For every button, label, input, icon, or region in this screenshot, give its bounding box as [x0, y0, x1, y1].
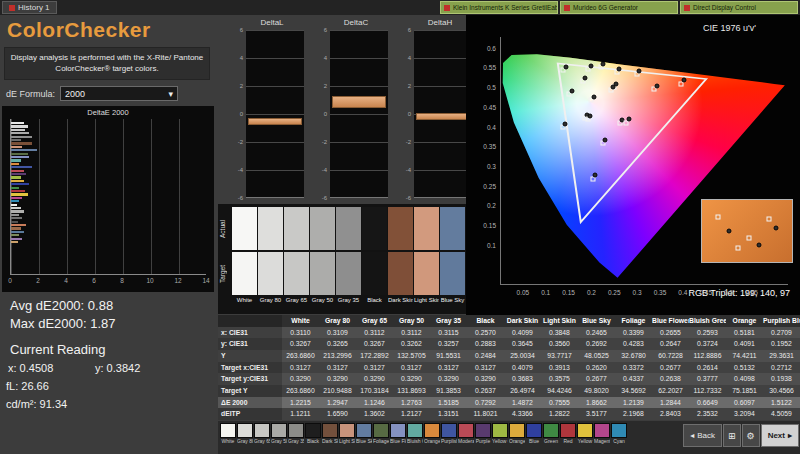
settings-button[interactable]: ⚙	[742, 424, 760, 447]
cie-y-tick: 0.25	[472, 183, 496, 190]
toolbar-swatch[interactable]: Purple	[475, 423, 491, 444]
table-cell: 112.8886	[689, 350, 726, 362]
delta-chart-plot	[414, 30, 472, 198]
toolbar-swatch-color	[407, 423, 423, 438]
cie-chart-plot	[500, 37, 788, 285]
device-button[interactable]: Murideo 6G Generator	[560, 1, 678, 14]
table-cell: 0.3683	[504, 373, 541, 385]
table-row-label: y: CIE31	[218, 338, 282, 350]
toolbar-swatch[interactable]: Foliage	[373, 423, 389, 444]
table-cell: 0.3290	[282, 373, 319, 385]
toolbar-swatch-color	[475, 423, 491, 438]
deltae-chart-plot	[10, 119, 206, 275]
deltae-bar	[11, 163, 19, 165]
toolbar-swatch[interactable]: Bluish Green	[407, 423, 423, 444]
deltae-bar	[11, 207, 21, 209]
table-header-label	[218, 315, 282, 327]
toolbar-swatch[interactable]: Gray 35	[288, 423, 304, 444]
toolbar-swatch[interactable]: Blue Sky	[356, 423, 372, 444]
delta-chart-plot	[330, 30, 388, 198]
table-row-label: x: CIE31	[218, 327, 282, 339]
history-tab[interactable]: History 1	[2, 1, 57, 14]
next-button[interactable]: Next▸	[761, 424, 799, 447]
deltae-bar	[11, 200, 19, 202]
cie-x-tick: 0.45	[699, 289, 712, 296]
toolbar-swatch[interactable]: Yellow	[577, 423, 593, 444]
toolbar-swatch[interactable]: Gray 80	[237, 423, 253, 444]
deltae-bar	[11, 156, 29, 158]
table-cell: 74.4211	[726, 350, 763, 362]
toolbar-swatch-color	[322, 423, 338, 438]
toolbar-swatch-label: Blue	[526, 438, 542, 444]
reading-x: x: 0.4508	[8, 362, 53, 374]
toolbar-swatch[interactable]: Light Skin	[339, 423, 355, 444]
grid-button[interactable]: ⊞	[723, 424, 741, 447]
device-button[interactable]: Direct Display Control	[680, 1, 798, 14]
toolbar-swatch-color	[526, 423, 542, 438]
toolbar-swatch-color	[611, 423, 627, 438]
device-button[interactable]: Klein Instruments K Series GretilEab#2	[440, 1, 558, 14]
patch-column-label: Gray 50	[310, 297, 335, 303]
table-cell: 0.2883	[467, 338, 504, 350]
deltae-bar	[11, 187, 19, 189]
toolbar-swatch-label: Cyan	[611, 438, 627, 444]
table-cell: 34.5692	[615, 385, 652, 397]
delta-chart-deltal: DeltaL6420-2-4-6	[228, 18, 312, 202]
patch-column-label: Gray 35	[336, 297, 361, 303]
toolbar-swatch[interactable]: Black	[305, 423, 321, 444]
toolbar-swatch[interactable]: Moderate Red	[458, 423, 474, 444]
zoom-inset-box[interactable]	[701, 199, 793, 263]
actual-patch-swatch	[388, 207, 413, 250]
table-cell: 210.9488	[319, 385, 356, 397]
deltae-x-tick: 4	[64, 277, 68, 284]
deltae-bar	[11, 214, 19, 216]
toolbar-swatch-color	[220, 423, 236, 438]
toolbar-swatch[interactable]: Blue	[526, 423, 542, 444]
table-cell: 25.0034	[504, 350, 541, 362]
toolbar-swatch[interactable]: White	[220, 423, 236, 444]
toolbar-swatch[interactable]: Dark Skin	[322, 423, 338, 444]
toolbar-swatch-label: Gray 80	[237, 438, 253, 444]
delta-y-tick: 4	[396, 55, 411, 61]
toolbar-swatch[interactable]: Gray 50	[271, 423, 287, 444]
table-header-cell: Foliage	[615, 315, 652, 327]
cie-y-tick: 0.3	[472, 163, 496, 170]
delta-chart-plot	[246, 30, 304, 198]
target-patch-swatch	[336, 252, 361, 295]
table-cell: 0.5181	[726, 327, 763, 339]
toolbar-swatch[interactable]: Cyan	[611, 423, 627, 444]
target-patch-swatch	[284, 252, 309, 295]
deltae-bar	[11, 193, 28, 195]
toolbar-swatch[interactable]: Purplish Blue	[441, 423, 457, 444]
de-formula-dropdown[interactable]: 2000 ▾	[60, 86, 178, 101]
toolbar-swatch[interactable]: Orange	[424, 423, 440, 444]
toolbar-swatch[interactable]: Green	[543, 423, 559, 444]
table-cell: 49.8020	[578, 385, 615, 397]
toolbar-swatch[interactable]: Blue Flower	[390, 423, 406, 444]
table-cell: 0.2620	[578, 362, 615, 374]
toolbar-swatch-label: Moderate Red	[458, 438, 474, 444]
table-row: Y263.6860213.2996172.2892132.570591.5531…	[218, 350, 800, 362]
measured-marker	[563, 64, 568, 69]
toolbar-swatch[interactable]: Red	[560, 423, 576, 444]
table-cell: 0.3127	[467, 362, 504, 374]
table-header-cell: Orange	[726, 315, 763, 327]
toolbar-swatch-label: Bluish Green	[407, 438, 423, 444]
back-button[interactable]: ◂Back	[683, 424, 722, 447]
target-patch-swatch	[232, 252, 257, 295]
toolbar-swatch[interactable]: Magenta	[594, 423, 610, 444]
device-button-label: Klein Instruments K Series GretilEab#2	[453, 4, 558, 11]
deltae-bar	[11, 241, 18, 243]
table-cell: 48.0525	[578, 350, 615, 362]
toolbar-swatch[interactable]: Gray 65	[254, 423, 270, 444]
gear-icon: ⚙	[747, 431, 755, 441]
target-patch-swatch	[414, 252, 439, 295]
actual-patch-swatch	[284, 207, 309, 250]
toolbar-swatch[interactable]: Yellow Green	[492, 423, 508, 444]
toolbar-swatch[interactable]: Orange Yellow	[509, 423, 525, 444]
cie-y-tick: 0.6	[472, 45, 496, 52]
chevron-down-icon: ▾	[169, 89, 174, 99]
history-tab-label: History 1	[18, 3, 50, 12]
table-row: dEITP1.12111.65901.36021.21271.315111.80…	[218, 408, 800, 420]
actual-patch-swatch	[414, 207, 439, 250]
